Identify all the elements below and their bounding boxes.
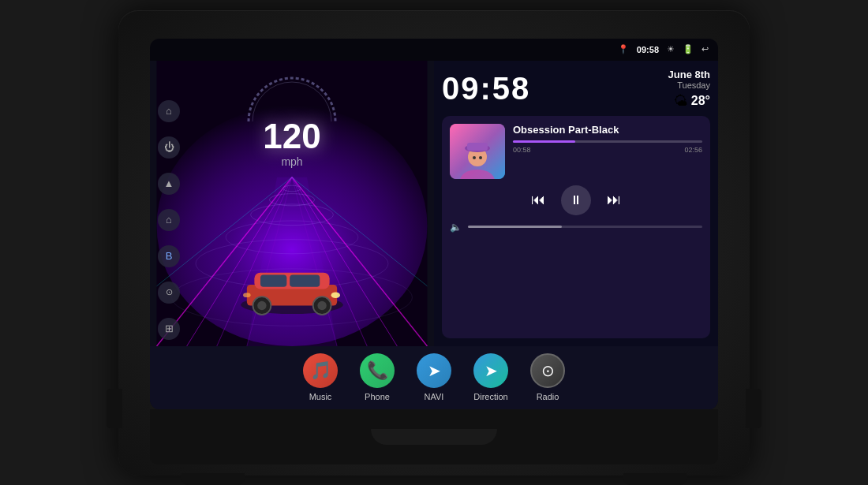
day-display: Tuesday xyxy=(668,80,710,90)
play-pause-button[interactable]: ⏸ xyxy=(561,185,591,215)
total-time: 02:56 xyxy=(684,146,702,154)
direction-label: Direction xyxy=(473,392,507,401)
location-icon: 📍 xyxy=(618,44,629,54)
main-screen: 📍 09:58 ☀ 🔋 ↩ ⌂ ⏻ ▲ ⌂ B ⊙ ⊞ 📻 ⚙ xyxy=(150,39,718,409)
right-panel: 09:58 June 8th Tuesday 🌤 28° xyxy=(434,61,718,346)
left-panel: ⌂ ⏻ ▲ ⌂ B ⊙ ⊞ 📻 ⚙ xyxy=(150,61,434,346)
date-display: June 8th xyxy=(668,69,710,80)
car-unit: 📍 09:58 ☀ 🔋 ↩ ⌂ ⏻ ▲ ⌂ B ⊙ ⊞ 📻 ⚙ xyxy=(118,10,750,476)
app-music[interactable]: 🎵 Music xyxy=(303,353,338,401)
volume-row: 🔈 xyxy=(450,222,702,233)
music-title: Obsession Part-Black xyxy=(513,124,702,136)
app-bar: 🎵 Music 📞 Phone ➤ NAVI ➤ Direction ⊙ Rad… xyxy=(150,346,718,409)
volume-fill xyxy=(468,226,562,228)
svg-point-27 xyxy=(317,300,326,309)
svg-rect-22 xyxy=(260,274,286,286)
clock-display: 09:58 xyxy=(442,71,530,106)
sidebar-home2[interactable]: ⌂ xyxy=(158,209,180,231)
weather-icon: 🌤 xyxy=(674,93,688,110)
phone-icon: 📞 xyxy=(360,353,395,388)
music-times: 00:58 02:56 xyxy=(513,146,702,154)
back-icon: ↩ xyxy=(702,44,709,54)
album-art-svg xyxy=(450,124,505,179)
speed-display: 120 xyxy=(241,119,343,154)
weather-row: 🌤 28° xyxy=(668,93,710,110)
music-icon: 🎵 xyxy=(303,353,338,388)
app-direction[interactable]: ➤ Direction xyxy=(473,353,508,401)
app-navi[interactable]: ➤ NAVI xyxy=(417,353,451,401)
app-phone[interactable]: 📞 Phone xyxy=(360,353,395,401)
progress-bar[interactable] xyxy=(513,140,702,143)
sidebar-android[interactable]: ⊙ xyxy=(158,282,180,304)
music-controls: ⏮ ⏸ ⏭ xyxy=(450,185,702,215)
speed-arc-svg xyxy=(241,70,343,124)
sidebar-bluetooth[interactable]: B xyxy=(158,245,180,267)
status-bar: 📍 09:58 ☀ 🔋 ↩ xyxy=(150,39,718,61)
phone-label: Phone xyxy=(365,392,390,401)
radio-icon: ⊙ xyxy=(530,353,565,388)
sidebar-nav[interactable]: ▲ xyxy=(158,173,180,195)
status-time: 09:58 xyxy=(637,45,659,54)
sidebar-power[interactable]: ⏻ xyxy=(158,136,180,159)
chassis-bottom xyxy=(150,409,718,464)
brightness-icon: ☀ xyxy=(667,44,675,54)
music-info: Obsession Part-Black 00:58 02:56 xyxy=(513,124,702,179)
left-sidebar: ⌂ ⏻ ▲ ⌂ B ⊙ ⊞ 📻 ⚙ xyxy=(158,100,180,346)
speedometer: 120 mph xyxy=(241,70,343,168)
mount-tab-bottom-right xyxy=(623,473,687,485)
current-time: 00:58 xyxy=(513,146,531,154)
volume-icon: 🔈 xyxy=(450,222,462,233)
album-art xyxy=(450,124,505,179)
navi-icon: ➤ xyxy=(417,353,451,388)
volume-bar[interactable] xyxy=(468,226,702,228)
svg-point-29 xyxy=(243,293,251,297)
app-radio[interactable]: ⊙ Radio xyxy=(530,353,565,401)
speed-unit: mph xyxy=(241,155,343,168)
svg-rect-23 xyxy=(290,274,320,286)
svg-point-35 xyxy=(473,156,476,159)
svg-rect-34 xyxy=(467,143,488,151)
car-illustration xyxy=(241,272,343,314)
sidebar-apps[interactable]: ⊞ xyxy=(158,318,180,340)
radio-label: Radio xyxy=(537,392,559,401)
clock-row: 09:58 June 8th Tuesday 🌤 28° xyxy=(442,69,710,110)
direction-icon: ➤ xyxy=(473,353,508,388)
chin-bump xyxy=(371,429,497,445)
next-button[interactable]: ⏭ xyxy=(607,192,621,208)
mount-tab-left xyxy=(107,389,122,428)
progress-fill xyxy=(513,140,575,143)
prev-button[interactable]: ⏮ xyxy=(531,192,545,208)
screen-content: ⌂ ⏻ ▲ ⌂ B ⊙ ⊞ 📻 ⚙ xyxy=(150,61,718,346)
svg-point-28 xyxy=(331,292,340,298)
mount-tab-bottom-left xyxy=(181,473,245,485)
music-label: Music xyxy=(309,392,332,401)
mount-tab-right xyxy=(746,389,761,428)
music-top: Obsession Part-Black 00:58 02:56 xyxy=(450,124,702,179)
sidebar-home[interactable]: ⌂ xyxy=(158,100,180,122)
svg-point-36 xyxy=(479,156,482,159)
navi-label: NAVI xyxy=(425,392,444,401)
date-weather-block: June 8th Tuesday 🌤 28° xyxy=(668,69,710,110)
svg-point-25 xyxy=(257,300,266,309)
music-card: Obsession Part-Black 00:58 02:56 xyxy=(442,116,710,338)
battery-icon: 🔋 xyxy=(683,44,694,54)
temperature: 28° xyxy=(691,94,710,108)
